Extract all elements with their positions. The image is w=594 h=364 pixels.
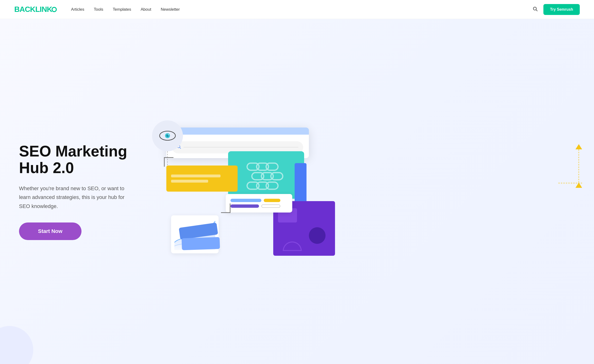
result-pill-blue xyxy=(230,199,261,202)
purple-circle-large xyxy=(309,227,325,244)
hero-section: SEO Marketing Hub 2.0 Whether you're bra… xyxy=(0,19,594,364)
nav-about[interactable]: About xyxy=(141,7,151,12)
logo-text: BACKLINK xyxy=(14,5,52,13)
result-pill-purple xyxy=(230,205,259,208)
hero-title: SEO Marketing Hub 2.0 xyxy=(19,143,133,176)
yellow-line-2 xyxy=(171,180,208,183)
decorative-blob xyxy=(0,326,33,364)
nav-links: Articles Tools Templates About Newslette… xyxy=(71,7,532,12)
logo-o-circle xyxy=(52,7,57,12)
folder-back xyxy=(179,223,218,240)
folder-front xyxy=(182,237,220,250)
results-card xyxy=(226,194,292,212)
bracket-top-left xyxy=(164,157,173,167)
hero-description: Whether you're brand new to SEO, or want… xyxy=(19,184,133,211)
logo[interactable]: BACKLINK xyxy=(14,5,57,14)
result-pill-empty xyxy=(261,205,280,208)
chain-icon xyxy=(245,158,288,192)
folder-stack xyxy=(182,225,220,250)
dashed-line-between-arrows xyxy=(579,149,579,183)
teal-links-card xyxy=(228,151,304,199)
nav-right: Try Semrush xyxy=(532,4,580,15)
bracket-bottom-right xyxy=(221,204,230,213)
navbar: BACKLINK Articles Tools Templates About … xyxy=(0,0,594,19)
dashed-horizontal-line xyxy=(558,183,582,183)
nav-newsletter[interactable]: Newsletter xyxy=(161,7,180,12)
try-semrush-button[interactable]: Try Semrush xyxy=(543,4,580,15)
svg-line-7 xyxy=(180,147,181,148)
arrow-up-bottom xyxy=(575,183,582,188)
start-now-button[interactable]: Start Now xyxy=(19,223,81,240)
browser-bar xyxy=(166,127,309,135)
hero-content: SEO Marketing Hub 2.0 Whether you're bra… xyxy=(19,143,133,240)
blue-accent-column xyxy=(295,163,306,206)
result-row-1 xyxy=(230,199,288,202)
eye-circle-decoration xyxy=(152,120,183,151)
result-pill-yellow xyxy=(264,199,280,202)
nav-articles[interactable]: Articles xyxy=(71,7,84,12)
eye-icon xyxy=(159,130,176,141)
purple-arch xyxy=(283,241,302,251)
search-bar-line xyxy=(183,147,298,147)
svg-point-5 xyxy=(168,134,169,135)
arrow-up-top xyxy=(575,144,582,149)
nav-templates[interactable]: Templates xyxy=(113,7,131,12)
search-button[interactable] xyxy=(532,5,539,13)
result-row-2 xyxy=(230,205,288,208)
svg-line-1 xyxy=(536,10,537,11)
arrow-decoration xyxy=(575,144,582,188)
nav-tools[interactable]: Tools xyxy=(94,7,103,12)
search-icon xyxy=(533,6,538,11)
yellow-block xyxy=(166,165,238,192)
yellow-line-1 xyxy=(171,174,221,177)
hero-illustration xyxy=(147,120,580,263)
